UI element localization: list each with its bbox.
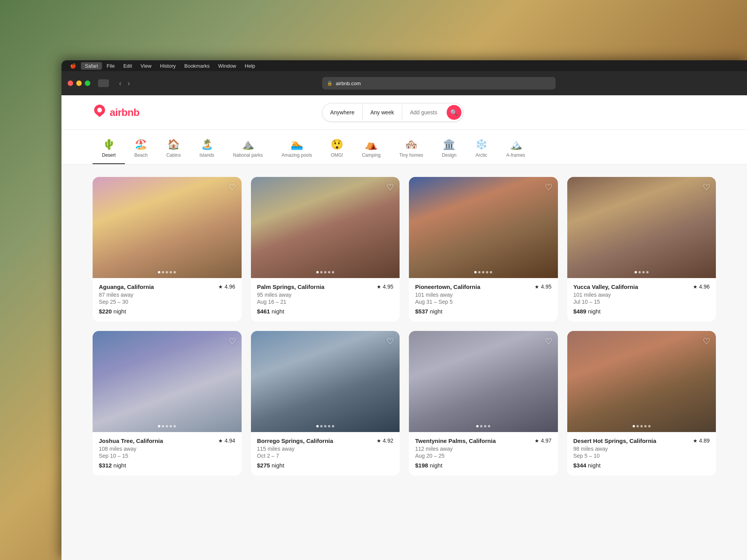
listing-rating-b3: ★ 4.97: [535, 438, 551, 444]
star-icon-b3: ★: [535, 438, 539, 444]
wishlist-button-pioneertown[interactable]: ♡: [545, 182, 552, 192]
wishlist-button-b4[interactable]: ♡: [703, 336, 710, 346]
category-item-omg[interactable]: 😲 OMG!: [321, 136, 352, 164]
file-menu[interactable]: File: [103, 62, 119, 70]
help-menu[interactable]: Help: [241, 62, 259, 70]
listing-distance-b3: 112 miles away: [415, 446, 552, 452]
category-label-omg: OMG!: [331, 152, 343, 158]
close-button[interactable]: [68, 80, 73, 86]
listing-price-b1: $312 night: [99, 462, 235, 469]
category-label-desert: Desert: [102, 152, 116, 158]
dot-4: [490, 271, 492, 273]
dot-1: [320, 425, 323, 427]
listing-dates-b2: Oct 2 – 7: [257, 453, 394, 459]
listing-header-palm-springs: Palm Springs, California ★ 4.95: [257, 284, 394, 290]
wishlist-button-b1[interactable]: ♡: [228, 336, 236, 346]
listing-price-b2: $275 night: [257, 462, 394, 469]
search-button[interactable]: 🔍: [447, 105, 461, 120]
dot-0: [158, 425, 160, 427]
wishlist-button-b3[interactable]: ♡: [545, 336, 552, 346]
category-item-national-parks[interactable]: ⛰️ National parks: [224, 136, 272, 164]
view-menu[interactable]: View: [137, 62, 155, 70]
category-label-islands: Islands: [200, 152, 214, 158]
dot-3: [644, 425, 647, 427]
address-bar[interactable]: 🔒 airbnb.com: [322, 77, 556, 89]
listing-dates-aguanga: Sep 25 – 30: [99, 299, 235, 305]
listing-card-pioneertown[interactable]: ♡ Pioneertown, California ★ 4.95 101 mil…: [409, 177, 558, 322]
star-icon-palm-springs: ★: [377, 284, 381, 290]
sidebar-toggle-button[interactable]: [98, 79, 109, 87]
listing-image-b1: ♡: [93, 331, 242, 432]
apple-menu[interactable]: 🍎: [66, 62, 80, 70]
any-week-pill[interactable]: Any week: [363, 105, 402, 120]
dot-2: [166, 271, 168, 273]
listing-distance-yucca-valley: 101 miles away: [573, 292, 710, 298]
star-icon-b1: ★: [218, 438, 223, 444]
category-icon-national-parks: ⛰️: [242, 139, 254, 149]
browser-window: 🍎 Safari File Edit View History Bookmark…: [61, 60, 747, 560]
add-guests-pill[interactable]: Add guests: [402, 105, 445, 120]
category-item-camping[interactable]: ⛺ Camping: [352, 136, 390, 164]
category-icon-a-frames: 🏔️: [510, 139, 522, 149]
listings-grid-row2: ♡ Joshua Tree, California ★ 4.94 108 mil…: [93, 331, 716, 476]
category-item-amazing-pools[interactable]: 🏊 Amazing pools: [272, 136, 321, 164]
listing-card-b3[interactable]: ♡ Twentynine Palms, California ★ 4.97 11…: [409, 331, 558, 476]
listing-distance-pioneertown: 101 miles away: [415, 292, 552, 298]
dot-0: [316, 271, 319, 273]
dot-4: [332, 271, 334, 273]
listings-section: ♡ Aguanga, California ★ 4.96 87 miles aw…: [61, 164, 747, 488]
dot-4: [332, 425, 334, 427]
listing-card-b4[interactable]: ♡ Desert Hot Springs, California ★ 4.89 …: [567, 331, 716, 476]
airbnb-logo-text: airbnb: [110, 107, 139, 119]
listing-image-pioneertown: ♡: [409, 177, 558, 278]
dot-indicators-b4: [633, 425, 651, 427]
category-icon-tiny-homes: 🏘️: [405, 139, 417, 149]
listing-image-aguanga: ♡: [93, 177, 242, 278]
category-item-beach[interactable]: 🏖️ Beach: [125, 136, 157, 164]
dot-2: [482, 271, 484, 273]
category-icon-amazing-pools: 🏊: [291, 139, 303, 149]
logo-area[interactable]: airbnb: [93, 104, 139, 121]
wishlist-button-palm-springs[interactable]: ♡: [386, 182, 394, 192]
category-item-tiny-homes[interactable]: 🏘️ Tiny homes: [390, 136, 433, 164]
dot-2: [484, 425, 486, 427]
dot-2: [324, 425, 326, 427]
category-item-arctic[interactable]: ❄️ Arctic: [466, 136, 497, 164]
listing-price-yucca-valley: $489 night: [573, 308, 710, 315]
listing-info-palm-springs: Palm Springs, California ★ 4.95 95 miles…: [251, 278, 400, 322]
listing-card-b1[interactable]: ♡ Joshua Tree, California ★ 4.94 108 mil…: [93, 331, 242, 476]
listing-card-b2[interactable]: ♡ Borrego Springs, California ★ 4.92 115…: [251, 331, 400, 476]
forward-button[interactable]: ›: [125, 79, 132, 88]
category-item-cabins[interactable]: 🏠 Cabins: [157, 136, 190, 164]
listing-card-palm-springs[interactable]: ♡ Palm Springs, California ★ 4.95 95 mil…: [251, 177, 400, 322]
dot-0: [158, 271, 160, 273]
wishlist-button-b2[interactable]: ♡: [386, 336, 394, 346]
safari-menu[interactable]: Safari: [81, 62, 102, 70]
listing-location-b1: Joshua Tree, California: [99, 438, 163, 444]
search-bar[interactable]: Anywhere Any week Add guests 🔍: [322, 103, 463, 122]
listing-dates-b1: Sep 10 – 15: [99, 453, 235, 459]
page-content: airbnb Anywhere Any week Add guests 🔍 🌵 …: [61, 95, 747, 560]
anywhere-pill[interactable]: Anywhere: [323, 105, 363, 120]
wishlist-button-aguanga[interactable]: ♡: [228, 182, 236, 192]
listing-card-aguanga[interactable]: ♡ Aguanga, California ★ 4.96 87 miles aw…: [93, 177, 242, 322]
wishlist-button-yucca-valley[interactable]: ♡: [703, 182, 710, 192]
window-menu[interactable]: Window: [214, 62, 240, 70]
category-label-amazing-pools: Amazing pools: [281, 152, 312, 158]
category-item-desert[interactable]: 🌵 Desert: [93, 136, 125, 164]
history-menu[interactable]: History: [156, 62, 179, 70]
back-button[interactable]: ‹: [117, 79, 124, 88]
category-item-design[interactable]: 🏛️ Design: [433, 136, 466, 164]
listing-dates-b3: Aug 20 – 25: [415, 453, 552, 459]
listing-header-b3: Twentynine Palms, California ★ 4.97: [415, 438, 552, 444]
url-text: airbnb.com: [336, 80, 361, 86]
minimize-button[interactable]: [76, 80, 82, 86]
edit-menu[interactable]: Edit: [119, 62, 136, 70]
dot-2: [640, 425, 643, 427]
maximize-button[interactable]: [85, 80, 90, 86]
listing-image-b4: ♡: [567, 331, 716, 432]
category-item-islands[interactable]: 🏝️ Islands: [190, 136, 224, 164]
category-item-a-frames[interactable]: 🏔️ A-frames: [497, 136, 535, 164]
listing-card-yucca-valley[interactable]: ♡ Yucca Valley, California ★ 4.96 101 mi…: [567, 177, 716, 322]
bookmarks-menu[interactable]: Bookmarks: [181, 62, 214, 70]
